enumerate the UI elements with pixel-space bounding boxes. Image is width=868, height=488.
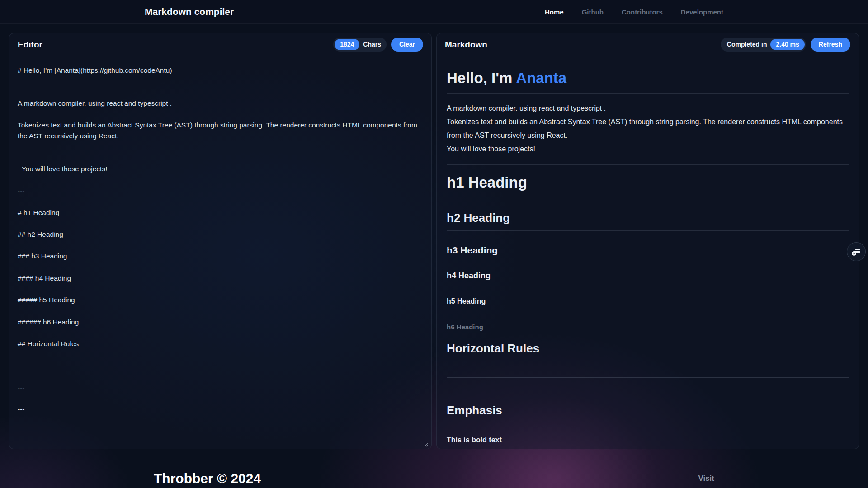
editor-panel-header: Editor 1824 Chars Clear — [9, 33, 431, 56]
devtools-widget-button[interactable] — [847, 242, 866, 261]
resize-grip-icon — [423, 441, 429, 447]
rendered-markdown: Hello, I'm Ananta A markdown compiler. u… — [437, 56, 859, 449]
italic-text-sample: This is italic text — [447, 447, 849, 449]
horizontal-rule — [447, 164, 849, 165]
paragraph: You will love those projects! — [447, 142, 849, 156]
footer-brand: Throbber © 2024 — [154, 471, 261, 486]
emphasis-section-heading: Emphasis — [447, 404, 849, 423]
app-title: Markdown compiler — [145, 6, 234, 17]
nav-link-github[interactable]: Github — [582, 8, 604, 16]
intro-heading-link[interactable]: Ananta — [516, 70, 566, 86]
h6-heading: h6 Heading — [447, 323, 849, 331]
char-count-badge: 1824 Chars — [333, 38, 387, 52]
editor-panel: Editor 1824 Chars Clear # Hello, I'm [An… — [9, 33, 432, 449]
char-count-value: 1824 — [335, 39, 359, 50]
footer: Throbber © 2024 Visit — [0, 449, 868, 488]
devtools-icon — [851, 247, 861, 257]
textarea-resize-handle[interactable] — [423, 441, 429, 446]
main-content: Editor 1824 Chars Clear # Hello, I'm [An… — [9, 33, 859, 449]
completed-label: Completed in — [727, 41, 767, 48]
preview-title: Markdown — [445, 40, 487, 50]
top-navbar: Markdown compiler Home Github Contributo… — [0, 0, 868, 24]
editor-title: Editor — [18, 40, 42, 50]
completed-badge: Completed in 2.40 ms — [721, 38, 806, 52]
footer-container: Throbber © 2024 Visit — [145, 449, 723, 486]
preview-header-actions: Completed in 2.40 ms Refresh — [721, 38, 850, 52]
completed-time: 2.40 ms — [770, 39, 804, 50]
horizontal-rule — [447, 385, 849, 385]
horizontal-rule — [447, 377, 849, 378]
h3-heading: h3 Heading — [447, 245, 849, 256]
nav-link-home[interactable]: Home — [545, 8, 564, 16]
preview-panel: Markdown Completed in 2.40 ms Refresh He… — [436, 33, 859, 449]
clear-button[interactable]: Clear — [391, 38, 423, 52]
nav-links: Home Github Contributors Development — [545, 8, 723, 16]
editor-header-actions: 1824 Chars Clear — [333, 38, 423, 52]
paragraph: Tokenizes text and builds an Abstract Sy… — [447, 115, 849, 142]
h2-heading: h2 Heading — [447, 211, 849, 231]
horizontal-rule — [447, 370, 849, 370]
paragraph: A markdown compiler. using react and typ… — [447, 102, 849, 115]
markdown-input[interactable]: # Hello, I'm [Ananta](https://github.com… — [9, 56, 431, 449]
h5-heading: h5 Heading — [447, 297, 849, 305]
nav-link-contributors[interactable]: Contributors — [622, 8, 663, 16]
navbar-container: Markdown compiler Home Github Contributo… — [145, 0, 723, 23]
bold-text-sample: This is bold text — [447, 433, 849, 447]
refresh-button[interactable]: Refresh — [811, 38, 850, 52]
char-count-label: Chars — [363, 41, 381, 48]
horizontal-rules-section-heading: Horizontal Rules — [447, 342, 849, 361]
nav-link-development[interactable]: Development — [681, 8, 723, 16]
h4-heading: h4 Heading — [447, 271, 849, 281]
h1-heading: h1 Heading — [447, 174, 849, 197]
footer-visit-link[interactable]: Visit — [698, 474, 714, 483]
intro-heading: Hello, I'm Ananta — [447, 70, 849, 94]
preview-panel-header: Markdown Completed in 2.40 ms Refresh — [437, 33, 859, 56]
intro-heading-text: Hello, I'm — [447, 70, 516, 86]
